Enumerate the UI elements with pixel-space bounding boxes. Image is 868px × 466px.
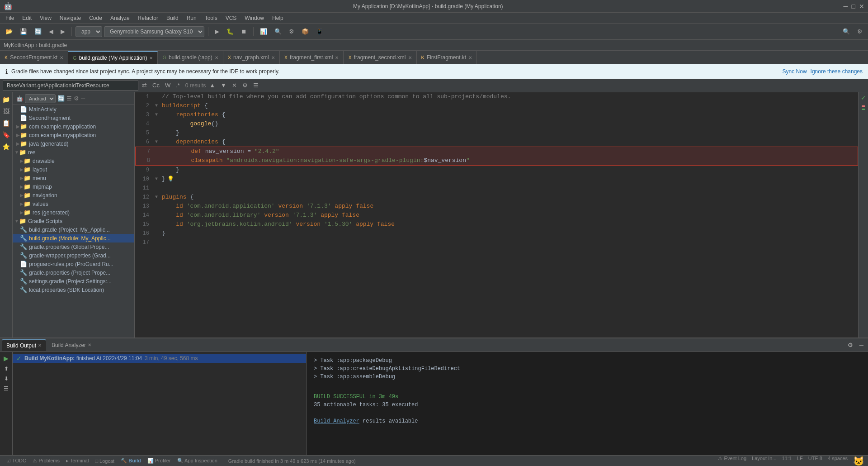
run-button[interactable]: ▶ (212, 27, 222, 36)
tree-build-gradle-project[interactable]: 🔧 build.gradle (Project: My_Applic... (13, 225, 134, 234)
app-inspection-tab[interactable]: 🔍 App Inspection (175, 457, 220, 465)
toolbar-sync-button[interactable]: 🔄 (32, 27, 44, 36)
favorites-icon[interactable]: ⭐ (1, 141, 12, 152)
close-build-gradle-tab[interactable]: ✕ (149, 56, 153, 61)
build-rerun-button[interactable]: ▶ (1, 354, 11, 363)
tree-drawable[interactable]: ▶ 📁 drawable (13, 157, 134, 165)
tree-java-generated[interactable]: ▶ 📁 java (generated) (13, 139, 134, 148)
profiler-tab[interactable]: 📊 Profiler (145, 457, 174, 465)
fold-3[interactable]: ▼ (153, 110, 160, 119)
menu-item-vcs[interactable]: VCS (222, 14, 241, 22)
project-view-icon[interactable]: 📁 (1, 94, 12, 105)
close-button[interactable]: ✕ (859, 3, 864, 10)
tab-fragment-second-xml[interactable]: X fragment_second.xml ✕ (344, 51, 416, 64)
inspect-button[interactable]: 🔍 (272, 27, 284, 36)
terminal-tab[interactable]: ▸ Terminal (63, 457, 91, 465)
build-output-tab[interactable]: Build Output ✕ (2, 339, 46, 351)
build-panel-settings[interactable]: ⚙ (845, 341, 856, 349)
search-regex-btn[interactable]: .* (174, 81, 182, 90)
tree-build-gradle-module[interactable]: 🔧 build.gradle (Module: My_Applic... (13, 234, 134, 243)
menu-item-analyze[interactable]: Analyze (107, 14, 133, 22)
device-selector[interactable]: Genymobile Samsung Galaxy S10 (104, 26, 204, 37)
tab-nav-graph-xml[interactable]: X nav_graph.xml ✕ (223, 51, 280, 64)
tree-secondfragment[interactable]: 📄 SecondFragment (13, 114, 134, 122)
tab-build-gradle-app[interactable]: G build.gradle (My Application) ✕ (68, 51, 158, 64)
tab-secondfragment-kt[interactable]: K SecondFragment.kt ✕ (0, 51, 68, 64)
build-item-main[interactable]: ✓ Build MyKotlinApp: finished At 2022/4/… (13, 354, 306, 363)
avd-button[interactable]: 📱 (313, 27, 326, 36)
toolbar-forward-button[interactable]: ▶ (58, 27, 68, 36)
settings-icon[interactable]: ⚙ (74, 95, 79, 102)
todo-tab[interactable]: ☑ TODO (4, 457, 29, 465)
build-tab-bottom[interactable]: 🔨 Build (118, 457, 144, 465)
sync-now-link[interactable]: Sync Now (783, 68, 807, 75)
minimize-panel-icon[interactable]: ─ (81, 95, 85, 102)
settings-button[interactable]: ⚙ (286, 27, 297, 36)
tab-build-gradle-colon-app[interactable]: G build.gradle (:app) ✕ (158, 51, 223, 64)
fold-2[interactable]: ▼ (153, 101, 160, 110)
menu-item-help[interactable]: Help (269, 14, 287, 22)
close-secondfragment-tab[interactable]: ✕ (60, 55, 63, 60)
close-build-gradle-colon-tab[interactable]: ✕ (215, 55, 218, 60)
event-log-link[interactable]: ⚠ Event Log (718, 456, 746, 466)
sync-icon[interactable]: 🔄 (57, 95, 65, 102)
ignore-changes-link[interactable]: Ignore these changes (811, 68, 863, 75)
tree-mipmap[interactable]: ▶ 📁 mipmap (13, 182, 134, 191)
problems-tab[interactable]: ⚠ Problems (30, 457, 62, 465)
build-panel-minimize[interactable]: ─ (857, 341, 866, 349)
menu-item-build[interactable]: Build (163, 14, 182, 22)
menu-item-view[interactable]: View (36, 14, 55, 22)
close-fragment-first-tab[interactable]: ✕ (335, 55, 339, 60)
search-input[interactable] (3, 81, 138, 90)
close-fragment-second-tab[interactable]: ✕ (408, 55, 412, 60)
toolbar-open-button[interactable]: 📂 (3, 27, 15, 36)
tree-gradle-properties-project[interactable]: 🔧 gradle.properties (Project Prope... (13, 268, 134, 277)
fold-6[interactable]: ▼ (153, 138, 160, 147)
search-close-btn[interactable]: ✕ (230, 81, 239, 90)
search-case-btn[interactable]: Cc (151, 81, 161, 90)
code-editor[interactable]: 1 // Top-level build file where you can … (135, 92, 858, 338)
structure-icon[interactable]: 📋 (1, 118, 12, 128)
search-prev-btn[interactable]: ▲ (208, 81, 217, 90)
close-build-analyzer-tab[interactable]: ✕ (88, 342, 91, 347)
build-scroll-end[interactable]: ⬇ (1, 375, 11, 383)
tree-com-example-1[interactable]: ▶ 📁 com.example.myapplication (13, 122, 134, 131)
close-firstfragment-tab[interactable]: ✕ (468, 55, 472, 60)
menu-item-code[interactable]: Code (85, 14, 106, 22)
tree-mainactivity[interactable]: 📄 MainActiviy (13, 105, 134, 114)
tree-layout[interactable]: ▶ 📁 layout (13, 165, 134, 174)
search-button[interactable]: 🔍 (840, 27, 853, 36)
menu-item-run[interactable]: Run (183, 14, 200, 22)
search-filter-btn[interactable]: ⚙ (241, 81, 250, 90)
tree-local-properties[interactable]: 🔧 local.properties (SDK Location) (13, 285, 134, 294)
no-errors-indicator[interactable]: ✓ (861, 94, 866, 101)
menu-item-window[interactable]: Window (241, 14, 268, 22)
window-controls[interactable]: ─ □ ✕ (844, 3, 864, 10)
menu-item-file[interactable]: File (2, 14, 18, 22)
tree-settings-gradle[interactable]: 🔧 settings.gradle (Project Settings:... (13, 277, 134, 285)
build-analyzer-tab[interactable]: Build Analyzer ✕ (47, 339, 96, 351)
tree-gradle-wrapper-properties[interactable]: 🔧 gradle-wrapper.properties (Grad... (13, 251, 134, 260)
fold-12[interactable]: ▼ (153, 193, 160, 202)
filter-icon[interactable]: ☰ (66, 95, 72, 102)
app-selector[interactable]: app (75, 26, 102, 37)
logcat-tab[interactable]: □ Logcat (92, 457, 117, 465)
android-view-selector[interactable]: Android (25, 94, 56, 103)
build-scroll-top[interactable]: ⬆ (1, 365, 11, 373)
search-options-btn[interactable]: ☰ (251, 81, 260, 90)
bookmarks-icon[interactable]: 🔖 (1, 129, 12, 140)
menu-item-tools[interactable]: Tools (201, 14, 221, 22)
resource-manager-icon[interactable]: 🖼 (1, 106, 12, 117)
search-word-btn[interactable]: W (163, 81, 172, 90)
minimize-button[interactable]: ─ (844, 3, 848, 10)
profile-button[interactable]: 📊 (257, 27, 270, 36)
tree-proguard-rules[interactable]: 📄 proguard-rules.pro (ProGuard Ru... (13, 260, 134, 268)
toolbar-save-button[interactable]: 💾 (17, 27, 30, 36)
settings-gear-button[interactable]: ⚙ (854, 27, 865, 36)
tree-com-example-2[interactable]: ▶ 📁 com.example.myapplication (13, 131, 134, 139)
toolbar-back-button[interactable]: ◀ (46, 27, 56, 36)
layout-inspector-link[interactable]: Layout In... (752, 456, 776, 466)
tree-gradle-scripts[interactable]: ▼ 📁 Gradle Scripts (13, 217, 134, 225)
search-next-btn[interactable]: ▼ (219, 81, 228, 90)
tab-fragment-first-xml[interactable]: X fragment_first.xml ✕ (280, 51, 344, 64)
